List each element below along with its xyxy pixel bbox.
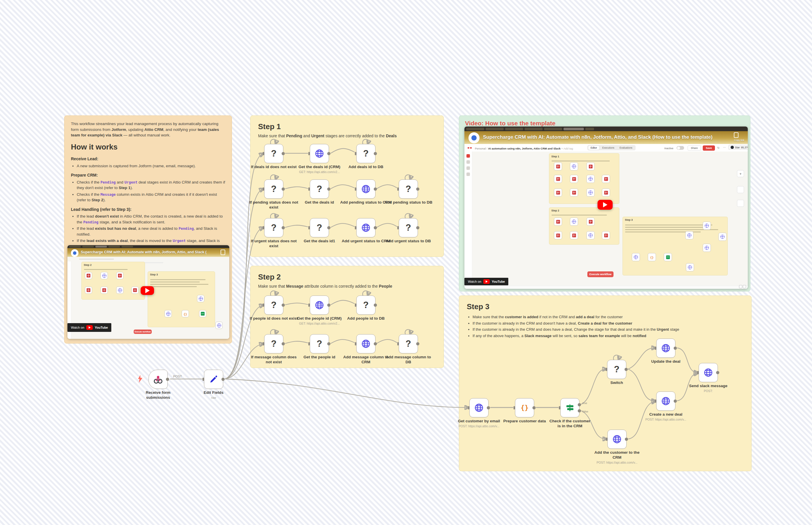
- question-icon: [271, 223, 277, 233]
- node-add-message-column-to-crm[interactable]: Add message column to CRM: [356, 334, 375, 354]
- globe-icon: [361, 184, 371, 194]
- question-icon: [363, 300, 369, 310]
- node-send-slack-message[interactable]: Send slack messagePOST:: [699, 363, 718, 382]
- node-add-people-id-to-db[interactable]: Add people id to DB: [356, 296, 375, 315]
- question-icon: [317, 339, 322, 349]
- globe-icon: [314, 300, 324, 310]
- node-add-message-column-to-db[interactable]: Add message column to DB: [399, 334, 418, 354]
- node-add-urgent-status-to-crm[interactable]: Add urgent status to CRM: [356, 218, 375, 237]
- connection-wires: [0, 0, 812, 525]
- question-icon: [317, 184, 322, 194]
- true-port-label: true: [582, 401, 587, 405]
- node-receive-form-submissions[interactable]: Receive form submissions: [149, 370, 168, 389]
- workflow-canvas[interactable]: This workflow streamlines your lead mana…: [0, 0, 812, 525]
- false-port-label: false: [582, 410, 588, 413]
- node-if-pending-status-does-not-exist[interactable]: If pending status does not exist: [264, 179, 283, 199]
- globe-icon: [361, 223, 371, 233]
- globe-icon: [314, 149, 324, 159]
- node-add-pending-status-to-crm[interactable]: Add pending status to CRM: [356, 179, 375, 199]
- node-add-pending-status-to-db[interactable]: Add pending status to DB: [399, 179, 418, 199]
- node-get-the-people-id[interactable]: Get the people id: [310, 334, 329, 354]
- output-port: [221, 378, 225, 381]
- code-braces-icon: [520, 404, 529, 411]
- node-get-the-people-id-crm[interactable]: Get the people id (CRM)GET: https://api.…: [310, 296, 329, 315]
- globe-icon: [612, 434, 622, 444]
- node-check-if-customer-in-crm[interactable]: Check if the customer is in the CRM: [560, 398, 579, 417]
- question-icon: [406, 339, 411, 349]
- input-port: [203, 378, 204, 381]
- question-icon: [363, 148, 369, 159]
- globe-icon: [361, 339, 371, 349]
- trigger-bolt-icon: [137, 375, 143, 383]
- node-get-deals-id-crm[interactable]: Get the deals id (CRM)GET: https://api.a…: [310, 144, 329, 163]
- question-icon: [406, 184, 411, 194]
- true-output-port: [578, 403, 581, 406]
- webhook-icon: [153, 374, 163, 385]
- node-add-deals-id-to-db[interactable]: Add deals id to DB: [356, 144, 375, 163]
- node-prepare-customer-data[interactable]: Prepare customer data: [515, 398, 534, 417]
- question-icon: [271, 300, 277, 310]
- question-icon: [271, 184, 277, 194]
- node-switch[interactable]: Switch: [607, 360, 626, 379]
- globe-icon: [661, 396, 671, 406]
- question-icon: [271, 148, 277, 159]
- node-edit-fields[interactable]: Edit Fields raw: [204, 370, 223, 389]
- node-get-the-deals-id[interactable]: Get the deals id: [310, 179, 329, 199]
- question-icon: [271, 339, 277, 349]
- node-add-the-customer-to-the-crm[interactable]: Add the customer to the CRMPOST: https:/…: [607, 430, 627, 449]
- globe-icon: [661, 343, 671, 353]
- node-get-the-deals-id1[interactable]: Get the deals id1: [310, 218, 329, 237]
- globe-icon: [474, 403, 484, 413]
- question-icon: [406, 223, 411, 233]
- node-get-customer-by-email[interactable]: Get customer by emailPOST: https://api.a…: [469, 398, 488, 417]
- if-branch-icon: [565, 403, 575, 412]
- pencil-icon: [209, 375, 218, 384]
- node-if-urgent-status-does-not-exist[interactable]: If urgent status does not exist: [264, 218, 283, 237]
- node-update-the-deal[interactable]: Update the deal: [656, 339, 675, 358]
- question-icon: [317, 223, 322, 233]
- output-port: [166, 378, 169, 381]
- node-create-a-new-deal[interactable]: Create a new dealPOST: https://api.attio…: [656, 391, 675, 411]
- question-icon: [614, 364, 620, 375]
- node-add-urgent-status-to-db[interactable]: Add urgent status to DB: [399, 218, 418, 237]
- false-output-port: [578, 409, 581, 412]
- wire-method-label: POST: [173, 375, 182, 378]
- node-if-people-id-does-not-exist[interactable]: If people id does not exist: [264, 296, 283, 315]
- globe-icon: [703, 368, 713, 377]
- node-if-message-column-does-not-exist[interactable]: If message column does not exist: [264, 334, 283, 354]
- node-if-deals-id-does-not-exist[interactable]: If deals id does not exist: [264, 144, 283, 163]
